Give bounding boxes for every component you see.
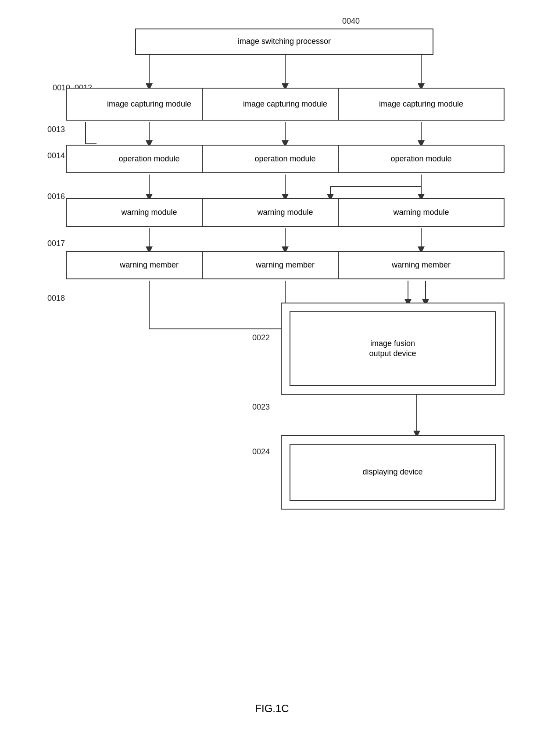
col3-warning-module-box: warning module <box>338 198 505 227</box>
fusion-inner-box: image fusion output device <box>290 311 496 386</box>
diagram-container: 0040 image switching processor 0010 0012… <box>26 13 518 724</box>
ref-0022: 0022 <box>252 333 270 342</box>
col3-warning-member-box: warning member <box>338 251 505 279</box>
col2-warning-member-label: warning member <box>256 260 315 270</box>
col3-warning-module-label: warning module <box>393 207 449 218</box>
col1-capture-label: image capturing module <box>107 99 191 109</box>
ref-0040: 0040 <box>342 17 360 26</box>
displaying-label: displaying device <box>362 467 422 477</box>
col3-warning-member-label: warning member <box>392 260 451 270</box>
col3-operation-label: operation module <box>390 154 451 164</box>
col1-warning-module-label: warning module <box>121 207 177 218</box>
col2-operation-label: operation module <box>254 154 315 164</box>
ref-0013: 0013 <box>47 125 65 134</box>
col3-capture-label: image capturing module <box>379 99 463 109</box>
displaying-inner-box: displaying device <box>290 444 496 501</box>
col1-operation-label: operation module <box>118 154 179 164</box>
figure-caption: FIG.1C <box>26 703 518 715</box>
col1-warning-member-label: warning member <box>120 260 179 270</box>
ref-0018: 0018 <box>47 294 65 303</box>
processor-box: image switching processor <box>135 29 433 55</box>
processor-label: image switching processor <box>238 36 331 46</box>
ref-0023: 0023 <box>252 403 270 412</box>
col2-warning-module-label: warning module <box>257 207 313 218</box>
fusion-label: image fusion output device <box>369 339 416 359</box>
col3-operation-box: operation module <box>338 145 505 173</box>
ref-0017: 0017 <box>47 239 65 248</box>
col2-capture-label: image capturing module <box>243 99 327 109</box>
col3-capture-box: image capturing module <box>338 88 505 121</box>
ref-0016: 0016 <box>47 192 65 201</box>
ref-0024: 0024 <box>252 447 270 456</box>
ref-0014: 0014 <box>47 151 65 160</box>
